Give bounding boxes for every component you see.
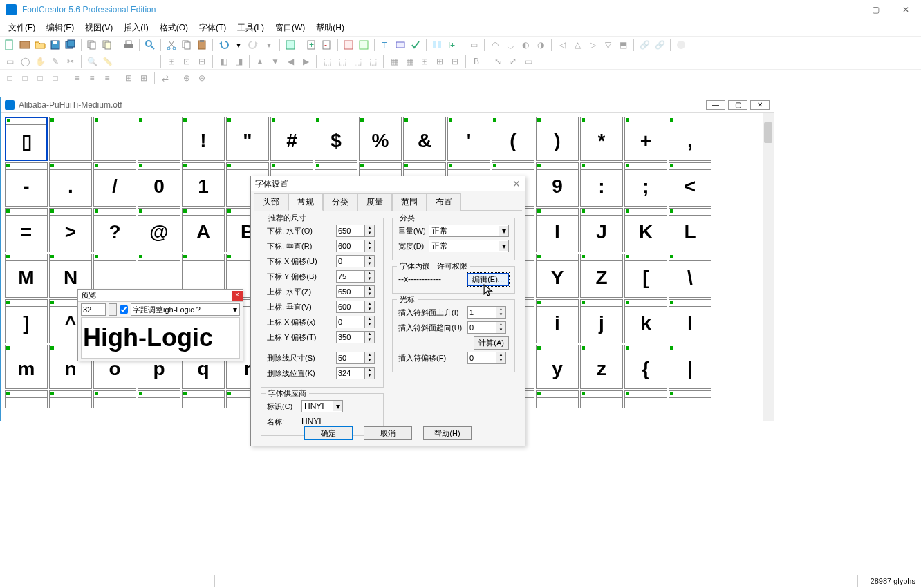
save-icon[interactable] <box>48 38 62 52</box>
zoom-icon[interactable]: 🔍 <box>85 55 99 68</box>
tb2n-icon[interactable]: ⤡ <box>491 55 505 68</box>
glyph-cell[interactable]: I <box>536 208 579 252</box>
glyph-cell[interactable]: # <box>270 117 313 161</box>
menu-insert[interactable]: 插入(I) <box>118 21 154 35</box>
glyph-cell[interactable]: \ <box>669 254 711 298</box>
search-icon[interactable] <box>143 38 157 52</box>
font-info-icon[interactable] <box>342 38 355 52</box>
menu-help[interactable]: 帮助(H) <box>310 21 350 35</box>
glyph-cell[interactable]: " <box>226 117 269 161</box>
tb2a-icon[interactable]: ⊞ <box>165 55 178 68</box>
glyph-cell[interactable]: z <box>580 345 623 389</box>
preview-size-spinner[interactable] <box>109 303 117 316</box>
redo-drop-icon[interactable]: ▾ <box>262 38 276 52</box>
spinner[interactable]: ▲▼ <box>365 285 375 298</box>
glyph-cell[interactable] <box>138 390 180 408</box>
glyph-cell[interactable]: k <box>624 299 667 343</box>
glyph-cell[interactable]: J <box>580 208 623 252</box>
tb2o-icon[interactable]: ⤢ <box>506 55 520 68</box>
tab-range[interactable]: 范围 <box>392 193 427 211</box>
tb3k-icon[interactable]: ⊕ <box>180 71 194 85</box>
delete-glyph-icon[interactable]: - <box>320 38 334 52</box>
copy2-icon[interactable] <box>180 38 194 52</box>
grid2-icon[interactable]: ▦ <box>402 55 416 68</box>
glyph-cell[interactable]: / <box>93 162 136 207</box>
tb2l-icon[interactable]: ⬚ <box>351 55 364 68</box>
tab-classify[interactable]: 分类 <box>323 193 357 211</box>
edit-embedding-button[interactable]: 编辑(E)... <box>467 273 509 286</box>
tb1h-icon[interactable]: ▷ <box>586 38 599 52</box>
tb1a-icon[interactable]: ▭ <box>467 38 481 52</box>
sup-h-input[interactable] <box>336 285 365 298</box>
tb3h-icon[interactable]: ⊞ <box>122 71 136 85</box>
sub-xoff-input[interactable] <box>336 255 365 267</box>
maximize-button[interactable]: ▢ <box>860 0 891 19</box>
caret-rise-input[interactable] <box>467 306 496 319</box>
vendor-id-select[interactable]: HNYI▾ <box>301 400 343 412</box>
print-icon[interactable] <box>122 38 136 52</box>
ok-button[interactable]: 确定 <box>304 426 353 440</box>
menu-view[interactable]: 视图(V) <box>80 21 118 35</box>
spinner[interactable]: ▲▼ <box>365 270 375 283</box>
glyph-cell[interactable]: . <box>49 162 92 207</box>
preview-text-dropdown[interactable]: 字距调整igh-Logic ? ▾ <box>131 303 240 316</box>
weight-select[interactable]: 正常▾ <box>429 225 509 237</box>
paste-icon[interactable] <box>195 38 209 52</box>
tb3i-icon[interactable]: ⊞ <box>137 71 151 85</box>
scrollbar-thumb[interactable] <box>764 122 772 143</box>
tb2b-icon[interactable]: ⊡ <box>180 55 194 68</box>
menu-format[interactable]: 格式(O) <box>154 21 194 35</box>
tab-layout[interactable]: 布置 <box>427 193 461 211</box>
grid-icon[interactable]: ▦ <box>387 55 401 68</box>
paste-font-icon[interactable] <box>100 38 114 52</box>
child-maximize-button[interactable]: ▢ <box>728 100 747 110</box>
text-tool-icon[interactable]: T <box>378 38 392 52</box>
glyph-cell[interactable]: A <box>182 208 225 252</box>
tb2c-icon[interactable]: ⊟ <box>195 55 209 68</box>
glyph-cell[interactable]: i <box>536 299 579 343</box>
tb1g-icon[interactable]: △ <box>570 38 584 52</box>
glyph-cell[interactable] <box>138 117 180 161</box>
glyph-cell[interactable]: ; <box>624 162 667 207</box>
glyph-cell[interactable]: 0 <box>138 162 180 207</box>
glyph-cell[interactable] <box>49 390 92 408</box>
glyph-cell[interactable]: j <box>580 299 623 343</box>
glyph-cell[interactable]: & <box>403 117 446 161</box>
glyph-cell[interactable]: | <box>669 345 711 389</box>
glyph-cell[interactable]: - <box>5 162 48 207</box>
tab-head[interactable]: 头部 <box>254 193 288 211</box>
child-close-button[interactable]: ✕ <box>750 100 770 110</box>
autonaming-icon[interactable] <box>393 38 407 52</box>
preview-close-button[interactable]: × <box>232 291 243 301</box>
spinner[interactable]: ▲▼ <box>365 367 375 379</box>
sup-xoff-input[interactable] <box>336 316 365 328</box>
glyph-cell[interactable]: ! <box>182 117 225 161</box>
check-icon[interactable] <box>409 38 422 52</box>
glyph-cell[interactable]: ▯ <box>5 117 48 161</box>
copy-icon[interactable] <box>85 38 99 52</box>
test-icon[interactable] <box>283 38 297 52</box>
tb3g-icon[interactable]: ≡ <box>100 71 114 85</box>
glyph-cell[interactable] <box>93 117 136 161</box>
spinner[interactable]: ▲▼ <box>365 352 375 364</box>
spinner[interactable]: ▲▼ <box>365 255 375 267</box>
spinner[interactable]: ▲▼ <box>365 331 375 343</box>
tab-metric[interactable]: 度量 <box>357 193 392 211</box>
glyph-cell[interactable]: @ <box>138 208 180 252</box>
cut-icon[interactable] <box>165 38 178 52</box>
glyph-cell[interactable]: % <box>359 117 402 161</box>
tb2h-icon[interactable]: ◀ <box>283 55 297 68</box>
glyph-cell[interactable]: * <box>580 117 623 161</box>
glyph-cell[interactable] <box>93 390 136 408</box>
new-icon[interactable] <box>3 38 17 52</box>
glyph-cell[interactable]: L <box>669 208 711 252</box>
tb1l-icon[interactable]: 🔗 <box>653 38 667 52</box>
caret-icon[interactable]: I± <box>445 38 459 52</box>
help-button[interactable]: 帮助(H) <box>423 426 472 440</box>
select-icon[interactable]: ▭ <box>3 55 17 68</box>
strike-size-input[interactable] <box>336 352 365 364</box>
glyph-cell[interactable]: $ <box>315 117 357 161</box>
spinner[interactable]: ▲▼ <box>365 301 375 313</box>
child-minimize-button[interactable]: — <box>706 100 725 110</box>
spinner[interactable]: ▲▼ <box>496 321 506 334</box>
